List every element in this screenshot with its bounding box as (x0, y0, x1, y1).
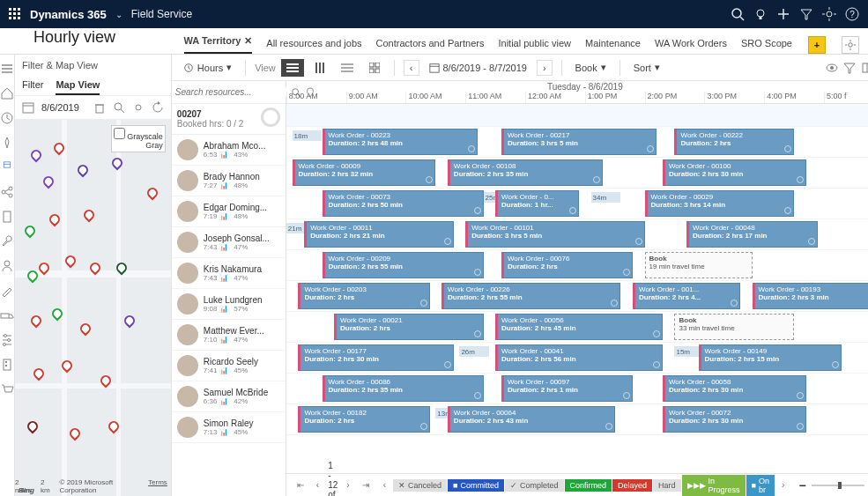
resource-row[interactable]: Abraham Mco... 6:53 📊 43% (172, 135, 286, 166)
filter-icon[interactable] (799, 7, 813, 21)
date-next-button[interactable]: › (537, 60, 553, 76)
legend-next-button[interactable]: › (778, 480, 788, 490)
gantt-row[interactable]: Work Order - 00086Duration: 2 hrs 35 min… (286, 374, 868, 404)
view-tab[interactable]: Maintenance (585, 38, 641, 54)
work-order-block[interactable]: Work Order - 00058Duration: 2 hrs 30 min (663, 375, 806, 402)
zoom-out-button[interactable]: − (798, 478, 805, 492)
work-order-block[interactable]: Work Order - 00149Duration: 2 hrs 15 min (699, 344, 842, 371)
filter-icon[interactable] (843, 62, 856, 74)
search-input[interactable] (175, 87, 287, 97)
work-order-block[interactable]: Work Order - 00076Duration: 2 hrs (501, 252, 633, 278)
work-order-block[interactable]: Work Order - 00100Duration: 2 hrs 30 min (663, 159, 806, 186)
work-order-block[interactable]: Work Order - 00203Duration: 2 hrs (298, 283, 429, 309)
work-order-block[interactable]: Work Order - 00048Duration: 2 hrs 17 min (686, 221, 818, 248)
gantt-row[interactable]: Work Order - 00021Duration: 2 hrsWork Or… (286, 312, 868, 343)
work-order-block[interactable]: Work Order - 00097Duration: 2 hrs 1 min (501, 375, 633, 402)
gantt-row[interactable]: Work Order - 00203Duration: 2 hrsWork Or… (286, 281, 868, 312)
work-order-block[interactable]: Work Order - 00086Duration: 2 hrs 35 min (323, 375, 484, 402)
work-order-block[interactable]: Work Order - 00029Duration: 3 hrs 14 min (645, 190, 794, 217)
columns-icon[interactable] (861, 62, 868, 74)
lightbulb-icon[interactable] (753, 7, 768, 21)
gear-icon[interactable] (822, 7, 836, 21)
work-order-block[interactable]: Work Order - 00073Duration: 2 hrs 50 min (323, 190, 484, 217)
gantt-row[interactable]: Work Order - 00009Duration: 2 hrs 32 min… (286, 158, 868, 189)
status-legend-chip[interactable]: ■Committed (448, 479, 504, 492)
menu-icon[interactable] (0, 62, 14, 76)
book-dropdown[interactable]: Book ▾ (571, 59, 611, 76)
resource-row[interactable]: Matthew Ever... 7:10 📊 47% (172, 320, 286, 351)
refresh-icon[interactable] (152, 101, 164, 114)
pager-first-button[interactable]: ⇤ (293, 480, 308, 490)
work-order-block[interactable]: Work Order - 00193Duration: 2 hrs 3 min (753, 283, 868, 309)
gantt-row[interactable]: 18mWork Order - 00223Duration: 2 hrs 48 … (286, 127, 868, 158)
work-order-block[interactable]: Work Order - 00011Duration: 2 hrs 21 min (304, 221, 453, 248)
status-legend-chip[interactable]: ✕Canceled (393, 479, 447, 492)
help-icon[interactable]: ? (845, 7, 859, 21)
view-tab[interactable]: WA Work Orders (655, 38, 727, 54)
gantt-row[interactable]: 21mWork Order - 00011Duration: 2 hrs 21 … (286, 219, 868, 250)
wrench-icon[interactable] (0, 234, 14, 248)
map-view-tab[interactable]: Map View (56, 76, 100, 95)
work-order-block[interactable]: Work Order - 00056Duration: 2 hrs 45 min (495, 314, 663, 340)
horizontal-view-button[interactable] (281, 59, 304, 77)
resource-row[interactable]: Simon Raley 7:13 📊 45% (172, 412, 286, 443)
work-order-block[interactable]: Work Order - 00009Duration: 2 hrs 32 min (293, 159, 436, 186)
view-tab[interactable]: Initial public view (498, 38, 571, 54)
resource-row[interactable]: Edgar Doming... 7:19 📊 48% (172, 196, 286, 227)
person-icon[interactable] (0, 259, 14, 273)
clipboard-icon[interactable] (0, 210, 14, 224)
work-order-block[interactable]: Work Order - 00222Duration: 2 hrs (674, 129, 794, 155)
resource-row[interactable]: Luke Lundgren 9:08 📊 57% (172, 289, 286, 320)
app-launcher-icon[interactable] (9, 8, 21, 20)
booking-suggestion[interactable]: Book19 min travel time (645, 252, 753, 278)
pager-prev-button[interactable]: ‹ (313, 480, 323, 490)
work-order-block[interactable]: Work Order - 00217Duration: 3 hrs 5 min (501, 129, 657, 155)
view-tab[interactable]: Contractors and Partners (376, 38, 485, 54)
filter-tab[interactable]: Filter (22, 76, 43, 95)
map-terms-link[interactable]: Terms (148, 478, 167, 494)
resource-row[interactable]: Ricardo Seely 7:41 📊 45% (172, 351, 286, 381)
truck-icon[interactable] (0, 308, 14, 322)
date-range-picker[interactable]: 8/6/2019 - 8/7/2019 (425, 60, 531, 76)
work-order-block[interactable]: Work Order - 0...Duration: 1 hr... (495, 190, 579, 217)
share-icon[interactable] (0, 185, 14, 199)
building-icon[interactable] (0, 358, 14, 372)
work-order-block[interactable]: Work Order - 00182Duration: 2 hrs (298, 406, 429, 433)
work-order-block[interactable]: Work Order - 001...Duration: 2 hrs 4... (633, 283, 740, 309)
work-order-block[interactable]: Work Order - 00223Duration: 2 hrs 48 min (323, 129, 478, 155)
status-legend-chip[interactable]: ■On br (746, 475, 775, 496)
view-tab[interactable]: SRO Scope (741, 38, 792, 54)
gantt-row[interactable]: 13mWork Order - 00182Duration: 2 hrsWork… (286, 404, 868, 435)
close-tab-icon[interactable]: ✕ (244, 35, 252, 46)
list-view-button[interactable] (336, 59, 359, 77)
status-legend-chip[interactable]: Delayed (612, 479, 652, 492)
status-legend-chip[interactable]: ▶▶▶In Progress (682, 475, 746, 496)
gantt-row[interactable]: 25m34mWork Order - 00073Duration: 2 hrs … (286, 189, 868, 219)
work-order-block[interactable]: Work Order - 00021Duration: 2 hrs (334, 314, 483, 340)
schedule-board-icon[interactable] (0, 160, 11, 174)
gantt-row[interactable] (286, 104, 868, 127)
gantt-row[interactable]: Work Order - 00209Duration: 2 hrs 55 min… (286, 250, 868, 281)
status-legend-chip[interactable]: Hard (653, 479, 681, 492)
view-tab[interactable]: WA Territory✕ (184, 35, 253, 54)
clock-icon[interactable] (0, 111, 14, 125)
calendar-icon[interactable] (22, 101, 34, 114)
pencil-icon[interactable] (0, 284, 14, 298)
work-order-block[interactable]: Work Order - 00177Duration: 2 hrs 30 min (298, 344, 453, 371)
view-tab[interactable]: All resources and jobs (266, 38, 361, 54)
add-tab-button[interactable]: + (808, 36, 826, 54)
gear-icon[interactable] (132, 101, 145, 114)
search-icon[interactable] (113, 101, 125, 114)
work-order-block[interactable]: Work Order - 00072Duration: 2 hrs 30 min (663, 406, 806, 433)
eye-icon[interactable] (826, 62, 838, 74)
timescale-dropdown[interactable]: Hours ▾ (179, 59, 236, 76)
cart-icon[interactable] (0, 382, 14, 396)
resource-row[interactable]: Brady Hannon 7:27 📊 48% (172, 166, 286, 196)
status-legend-chip[interactable]: Confirmed (565, 479, 612, 492)
resource-row[interactable]: Joseph Gonsal... 7:43 📊 47% (172, 227, 286, 258)
tab-settings-button[interactable] (842, 36, 859, 54)
resource-row[interactable]: Kris Nakamura 7:43 📊 47% (172, 258, 286, 289)
map-style-legend[interactable]: Grayscale Gray (111, 125, 166, 152)
sort-dropdown[interactable]: Sort ▾ (629, 59, 664, 76)
zoom-slider[interactable] (812, 481, 864, 490)
